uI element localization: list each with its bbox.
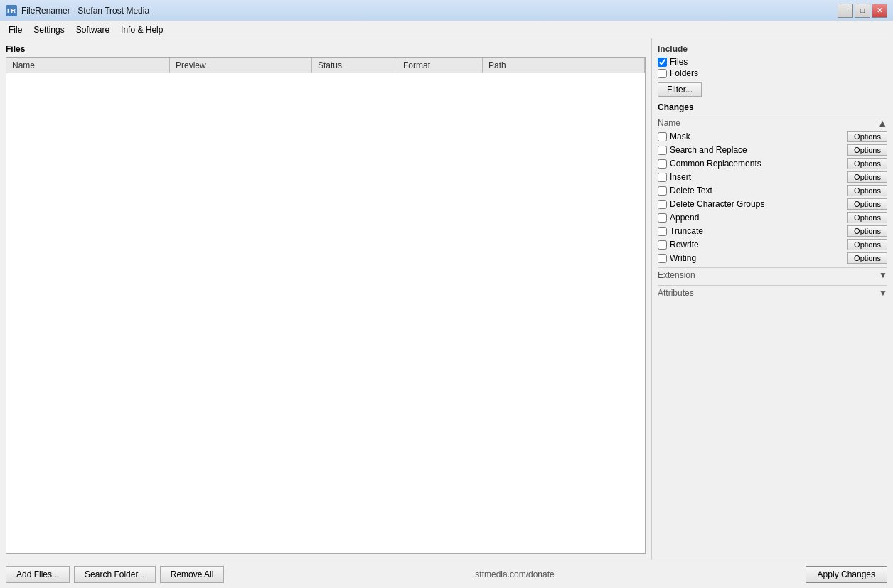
add-files-button[interactable]: Add Files...: [6, 566, 70, 583]
menu-file[interactable]: File: [3, 23, 28, 37]
include-folders-checkbox[interactable]: [658, 69, 667, 78]
menu-settings[interactable]: Settings: [28, 23, 70, 37]
files-table-header: Name Preview Status Format Path: [6, 58, 645, 73]
change-insert: Insert Options: [658, 171, 887, 183]
include-files-label: Files: [670, 57, 688, 67]
collapse-arrow[interactable]: ▲: [877, 117, 887, 129]
changes-section: Changes Name ▲ Mask Options Search and R…: [658, 102, 887, 554]
name-subsection-header: Name ▲: [658, 117, 887, 129]
rewrite-checkbox[interactable]: [658, 240, 667, 250]
search-folder-button[interactable]: Search Folder...: [74, 566, 156, 583]
change-writing: Writing Options: [658, 252, 887, 264]
files-panel: Files Name Preview Status Format Path: [0, 38, 651, 560]
main-layout: Files Name Preview Status Format Path In…: [0, 38, 893, 560]
changes-title: Changes: [658, 102, 694, 112]
include-files-checkbox[interactable]: [658, 58, 667, 67]
common-replacements-checkbox[interactable]: [658, 159, 667, 169]
remove-all-button[interactable]: Remove All: [160, 566, 225, 583]
title-bar-controls: — □ ✕: [838, 4, 887, 18]
change-rewrite: Rewrite Options: [658, 238, 887, 251]
files-title: Files: [6, 44, 646, 54]
col-preview: Preview: [170, 58, 312, 73]
name-label: Name: [658, 118, 680, 128]
extension-label: Extension: [658, 270, 695, 280]
title-bar: FR FileRenamer - Stefan Trost Media — □ …: [0, 0, 893, 21]
menu-info-help[interactable]: Info & Help: [115, 23, 169, 37]
changes-header: Changes: [658, 102, 887, 114]
change-mask: Mask Options: [658, 130, 887, 143]
delete-text-options-btn[interactable]: Options: [847, 185, 887, 196]
bottom-bar: Add Files... Search Folder... Remove All…: [0, 560, 893, 588]
minimize-button[interactable]: —: [838, 4, 853, 18]
common-replacements-label: Common Replacements: [670, 159, 761, 169]
change-common-replacements: Common Replacements Options: [658, 157, 887, 170]
col-status: Status: [312, 58, 397, 73]
append-options-btn[interactable]: Options: [847, 212, 887, 223]
truncate-checkbox[interactable]: [658, 227, 667, 236]
delete-text-checkbox[interactable]: [658, 186, 667, 196]
title-text: FileRenamer - Stefan Trost Media: [21, 6, 149, 16]
insert-label: Insert: [670, 172, 691, 182]
insert-checkbox[interactable]: [658, 173, 667, 182]
search-replace-options-btn[interactable]: Options: [847, 144, 887, 156]
append-label: Append: [670, 213, 699, 223]
mask-checkbox[interactable]: [658, 132, 667, 141]
mask-options-btn[interactable]: Options: [847, 131, 887, 142]
attributes-label: Attributes: [658, 288, 694, 298]
change-append: Append Options: [658, 211, 887, 224]
attributes-row[interactable]: Attributes ▼: [658, 285, 887, 300]
writing-label: Writing: [670, 253, 696, 263]
rewrite-label: Rewrite: [670, 240, 699, 250]
files-table: Name Preview Status Format Path: [6, 57, 646, 554]
writing-options-btn[interactable]: Options: [847, 252, 887, 264]
delete-char-groups-checkbox[interactable]: [658, 200, 667, 209]
writing-checkbox[interactable]: [658, 254, 667, 263]
change-delete-char-groups: Delete Character Groups Options: [658, 198, 887, 210]
bottom-left-buttons: Add Files... Search Folder... Remove All: [6, 566, 224, 583]
col-name: Name: [6, 58, 170, 73]
attributes-collapse-icon: ▼: [879, 288, 887, 298]
search-replace-checkbox[interactable]: [658, 146, 667, 155]
insert-options-btn[interactable]: Options: [847, 171, 887, 183]
delete-char-groups-label: Delete Character Groups: [670, 199, 764, 209]
title-bar-left: FR FileRenamer - Stefan Trost Media: [6, 5, 149, 16]
include-section: Include Files Folders Filter...: [658, 44, 887, 97]
include-files-row: Files: [658, 57, 887, 67]
app-icon: FR: [6, 5, 17, 16]
extension-row[interactable]: Extension ▼: [658, 267, 887, 282]
apply-changes-button[interactable]: Apply Changes: [806, 566, 887, 583]
col-path: Path: [483, 58, 645, 73]
append-checkbox[interactable]: [658, 213, 667, 223]
include-folders-row: Folders: [658, 68, 887, 78]
donate-text: sttmedia.com/donate: [475, 570, 554, 579]
extension-collapse-icon: ▼: [879, 270, 887, 280]
delete-text-label: Delete Text: [670, 186, 712, 196]
delete-char-groups-options-btn[interactable]: Options: [847, 198, 887, 210]
search-replace-label: Search and Replace: [670, 145, 747, 155]
maximize-button[interactable]: □: [855, 4, 870, 18]
menu-bar: File Settings Software Info & Help: [0, 21, 893, 38]
include-folders-label: Folders: [670, 68, 698, 78]
change-truncate: Truncate Options: [658, 225, 887, 237]
filter-button[interactable]: Filter...: [658, 82, 702, 97]
truncate-label: Truncate: [670, 226, 703, 236]
mask-label: Mask: [670, 132, 690, 141]
files-table-body[interactable]: [6, 73, 645, 553]
change-delete-text: Delete Text Options: [658, 184, 887, 197]
right-panel: Include Files Folders Filter... Changes …: [651, 38, 893, 560]
include-title: Include: [658, 44, 887, 54]
truncate-options-btn[interactable]: Options: [847, 225, 887, 237]
col-format: Format: [397, 58, 483, 73]
close-button[interactable]: ✕: [872, 4, 887, 18]
rewrite-options-btn[interactable]: Options: [847, 239, 887, 250]
menu-software[interactable]: Software: [70, 23, 115, 37]
common-replacements-options-btn[interactable]: Options: [847, 158, 887, 169]
change-search-replace: Search and Replace Options: [658, 144, 887, 156]
